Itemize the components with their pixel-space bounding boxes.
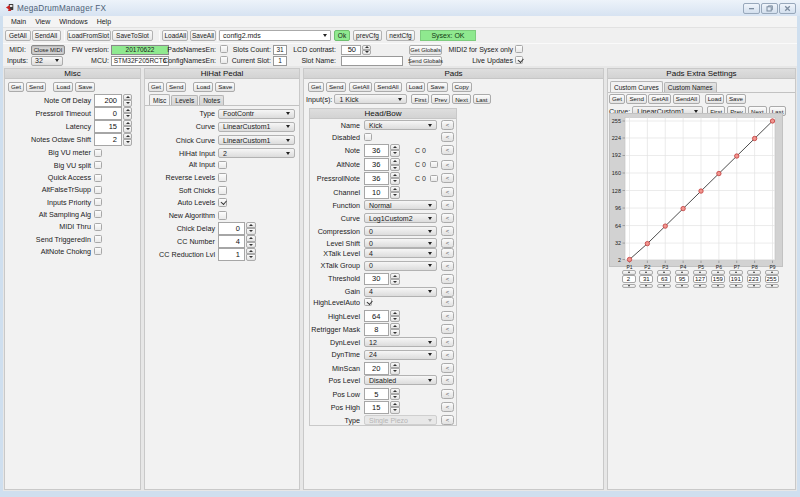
slots-count-field[interactable]: 31 — [273, 45, 287, 55]
notes-octave-shift-value[interactable]: 2 — [94, 133, 122, 146]
spinner-up-button[interactable] — [675, 270, 689, 275]
inputs-combo[interactable]: 32 — [31, 56, 63, 66]
spinner-down-button[interactable] — [390, 329, 400, 335]
maximize-button[interactable] — [761, 3, 778, 14]
prev-button[interactable]: Prev — [431, 94, 450, 104]
spinner-down-button[interactable] — [622, 284, 636, 289]
load-button[interactable]: Load — [705, 94, 725, 104]
ok-button[interactable]: Ok — [334, 30, 350, 41]
spinner-down-button[interactable] — [711, 284, 725, 289]
send-button[interactable]: Send — [166, 82, 186, 92]
hihat-input-combo[interactable]: 2 — [218, 148, 295, 158]
pos-high-value[interactable]: 15 — [364, 401, 389, 414]
spinner-down-button[interactable] — [246, 242, 256, 248]
level-shift-combo[interactable]: 0 — [364, 238, 437, 248]
curve-point-P5[interactable] — [699, 189, 703, 193]
save-button[interactable]: Save — [726, 94, 746, 104]
big-vu-meter-checkbox[interactable] — [94, 149, 102, 157]
retrigger-mask-value[interactable]: 8 — [364, 323, 389, 336]
spinner-up-button[interactable] — [622, 270, 636, 275]
compression-combo[interactable]: 0 — [364, 226, 437, 236]
chick-curve-combo[interactable]: LinearCustom1 — [218, 135, 295, 145]
menu-view[interactable]: View — [35, 18, 50, 25]
menu-main[interactable]: Main — [11, 18, 26, 25]
sendall-button[interactable]: SendAll — [374, 82, 401, 92]
sendall-button[interactable]: SendAll — [673, 94, 700, 104]
dynlevel-combo[interactable]: 12 — [364, 337, 437, 347]
pad-input-combo[interactable]: 1 Kick — [334, 94, 407, 104]
disabled-copy-left-button[interactable]: < — [441, 132, 454, 142]
new-algorithm-checkbox[interactable] — [218, 211, 227, 220]
spinner-down-button[interactable] — [390, 150, 400, 156]
spinner-down-button[interactable] — [246, 254, 256, 260]
spinner-up-button[interactable] — [729, 270, 743, 275]
point-value-P3[interactable]: 63 — [657, 275, 671, 283]
midi-thru-checkbox[interactable] — [94, 223, 102, 231]
dyntime-copy-left-button[interactable]: < — [441, 350, 454, 360]
point-value-P2[interactable]: 31 — [639, 275, 653, 283]
spinner-up-button[interactable] — [362, 45, 371, 50]
disabled-checkbox[interactable] — [364, 133, 372, 141]
slot-name-field[interactable] — [341, 56, 403, 66]
spinner-down-button[interactable] — [123, 100, 132, 106]
reverse-levels-checkbox[interactable] — [218, 173, 227, 182]
live-updates-checkbox[interactable] — [515, 56, 523, 64]
level-shift-copy-left-button[interactable]: < — [441, 238, 454, 248]
get-button[interactable]: Get — [609, 94, 625, 104]
tab-notes[interactable]: Notes — [199, 95, 224, 105]
note-copy-left-button[interactable]: < — [441, 145, 454, 155]
prevcfg-button[interactable]: prevCfg — [353, 30, 382, 41]
first-button[interactable]: First — [411, 94, 429, 104]
soft-chicks-checkbox[interactable] — [218, 186, 227, 195]
load-button[interactable]: Load — [53, 82, 73, 92]
big-vu-split-checkbox[interactable] — [94, 161, 102, 169]
dynlevel-copy-left-button[interactable]: < — [441, 337, 454, 347]
pos-level-copy-left-button[interactable]: < — [441, 375, 454, 385]
altnote-copy-left-button[interactable]: < — [441, 160, 454, 170]
curve-combo[interactable]: Log1Custom2 — [364, 213, 437, 223]
cc-number-value[interactable]: 4 — [218, 235, 245, 248]
note-off-delay-value[interactable]: 200 — [94, 94, 122, 107]
last-button[interactable]: Last — [473, 94, 491, 104]
point-value-P4[interactable]: 95 — [675, 275, 689, 283]
nextcfg-button[interactable]: nextCfg — [386, 30, 415, 41]
retrigger-mask-copy-left-button[interactable]: < — [441, 324, 454, 334]
getall-button[interactable]: GetAll — [349, 82, 372, 92]
pressrollnote-value[interactable]: 36 — [364, 172, 389, 185]
point-value-P8[interactable]: 223 — [747, 275, 761, 283]
pos-low-value[interactable]: 5 — [364, 388, 389, 401]
curve-copy-left-button[interactable]: < — [441, 213, 454, 223]
midi2-sysex-checkbox[interactable] — [515, 45, 523, 53]
spinner-down-button[interactable] — [390, 279, 400, 285]
inputs-priority-checkbox[interactable] — [94, 198, 102, 206]
save-button[interactable]: Save — [215, 82, 235, 92]
menu-help[interactable]: Help — [97, 18, 111, 25]
spinner-up-button[interactable] — [747, 270, 761, 275]
save-button[interactable]: Save — [427, 82, 447, 92]
send-button[interactable]: Send — [26, 82, 46, 92]
send-button[interactable]: Send — [326, 82, 346, 92]
channel-copy-left-button[interactable]: < — [441, 187, 454, 197]
curve-point-P2[interactable] — [645, 241, 649, 245]
minimize-button[interactable] — [743, 3, 760, 14]
spinner-up-button[interactable] — [390, 273, 400, 279]
spinner-up-button[interactable] — [246, 235, 256, 241]
spinner-down-button[interactable] — [390, 368, 400, 374]
spinner-down-button[interactable] — [675, 284, 689, 289]
spinner-down-button[interactable] — [390, 407, 400, 413]
pos-high-copy-left-button[interactable]: < — [441, 402, 454, 412]
tab-misc[interactable]: Misc — [149, 94, 170, 105]
curve-point-P6[interactable] — [717, 171, 721, 175]
get-button[interactable]: Get — [148, 82, 164, 92]
spinner-down-button[interactable] — [362, 50, 371, 55]
pressrollnote-copy-left-button[interactable]: < — [441, 173, 454, 183]
gain-copy-left-button[interactable]: < — [441, 287, 454, 297]
quick-access-checkbox[interactable] — [94, 174, 102, 182]
altnote-value[interactable]: 36 — [364, 158, 389, 171]
note-value[interactable]: 36 — [364, 144, 389, 157]
point-value-P7[interactable]: 191 — [729, 275, 743, 283]
minscan-value[interactable]: 20 — [364, 362, 389, 375]
lcd-contrast-value[interactable]: 50 — [341, 45, 361, 55]
load-button[interactable]: Load — [193, 82, 213, 92]
highlevelauto-copy-left-button[interactable]: < — [441, 297, 454, 307]
